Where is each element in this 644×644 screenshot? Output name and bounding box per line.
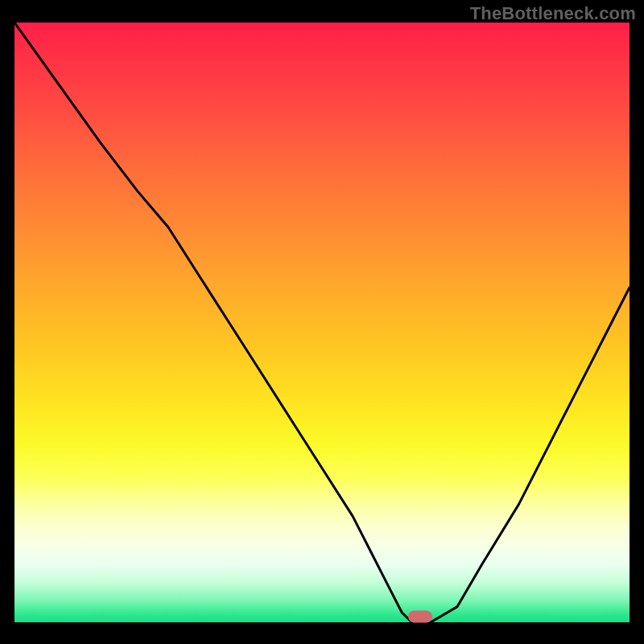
baseline xyxy=(14,622,630,625)
bottleneck-curve xyxy=(14,23,630,625)
plot-area xyxy=(14,23,630,625)
chart-frame: TheBottleneck.com xyxy=(0,0,644,644)
watermark-label: TheBottleneck.com xyxy=(470,3,636,24)
curve-path xyxy=(14,23,630,625)
optimal-marker xyxy=(408,611,432,623)
